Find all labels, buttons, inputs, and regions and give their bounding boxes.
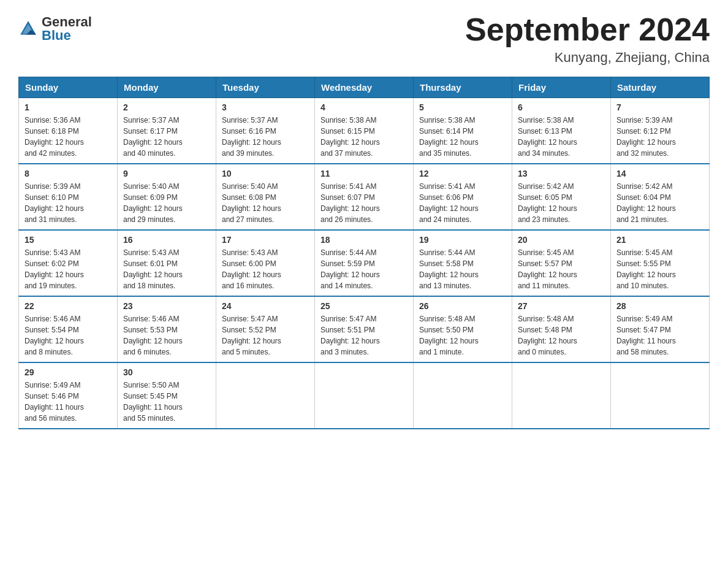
calendar-cell <box>611 362 710 429</box>
calendar-cell: 3Sunrise: 5:37 AM Sunset: 6:16 PM Daylig… <box>216 98 315 164</box>
weekday-header-monday: Monday <box>118 77 216 98</box>
day-info: Sunrise: 5:38 AM Sunset: 6:14 PM Dayligh… <box>419 115 506 159</box>
day-number: 15 <box>25 235 112 245</box>
title-section: September 2024 Kunyang, Zhejiang, China <box>465 12 710 66</box>
day-number: 30 <box>123 367 210 377</box>
day-info: Sunrise: 5:41 AM Sunset: 6:07 PM Dayligh… <box>320 181 408 225</box>
calendar-cell: 2Sunrise: 5:37 AM Sunset: 6:17 PM Daylig… <box>118 98 216 164</box>
day-number: 25 <box>320 301 408 311</box>
day-info: Sunrise: 5:45 AM Sunset: 5:55 PM Dayligh… <box>616 247 703 291</box>
calendar-cell: 14Sunrise: 5:42 AM Sunset: 6:04 PM Dayli… <box>611 164 710 230</box>
logo-blue-text: Blue <box>42 29 92 42</box>
day-number: 20 <box>518 235 605 245</box>
calendar-cell: 25Sunrise: 5:47 AM Sunset: 5:51 PM Dayli… <box>315 296 414 362</box>
calendar-cell: 1Sunrise: 5:36 AM Sunset: 6:18 PM Daylig… <box>19 98 118 164</box>
day-info: Sunrise: 5:43 AM Sunset: 6:01 PM Dayligh… <box>123 247 210 291</box>
calendar-week-row: 15Sunrise: 5:43 AM Sunset: 6:02 PM Dayli… <box>19 230 710 296</box>
calendar-cell: 8Sunrise: 5:39 AM Sunset: 6:10 PM Daylig… <box>19 164 118 230</box>
day-info: Sunrise: 5:48 AM Sunset: 5:50 PM Dayligh… <box>419 313 506 358</box>
page-header: General Blue September 2024 Kunyang, Zhe… <box>18 12 710 66</box>
day-info: Sunrise: 5:47 AM Sunset: 5:52 PM Dayligh… <box>222 313 309 358</box>
calendar-cell: 29Sunrise: 5:49 AM Sunset: 5:46 PM Dayli… <box>19 362 118 429</box>
day-info: Sunrise: 5:42 AM Sunset: 6:05 PM Dayligh… <box>518 181 605 225</box>
day-info: Sunrise: 5:43 AM Sunset: 6:00 PM Dayligh… <box>222 247 309 291</box>
day-number: 4 <box>320 102 408 112</box>
weekday-header-sunday: Sunday <box>19 77 118 98</box>
weekday-header-wednesday: Wednesday <box>315 77 414 98</box>
weekday-header-row: SundayMondayTuesdayWednesdayThursdayFrid… <box>19 77 710 98</box>
calendar-cell: 19Sunrise: 5:44 AM Sunset: 5:58 PM Dayli… <box>414 230 512 296</box>
weekday-header-thursday: Thursday <box>414 77 512 98</box>
calendar-table: SundayMondayTuesdayWednesdayThursdayFrid… <box>18 77 710 429</box>
day-info: Sunrise: 5:49 AM Sunset: 5:47 PM Dayligh… <box>616 313 703 358</box>
day-info: Sunrise: 5:38 AM Sunset: 6:13 PM Dayligh… <box>518 115 605 159</box>
weekday-header-friday: Friday <box>512 77 611 98</box>
day-info: Sunrise: 5:48 AM Sunset: 5:48 PM Dayligh… <box>518 313 605 358</box>
calendar-cell: 13Sunrise: 5:42 AM Sunset: 6:05 PM Dayli… <box>512 164 611 230</box>
day-info: Sunrise: 5:43 AM Sunset: 6:02 PM Dayligh… <box>25 247 112 291</box>
calendar-cell: 27Sunrise: 5:48 AM Sunset: 5:48 PM Dayli… <box>512 296 611 362</box>
calendar-week-row: 1Sunrise: 5:36 AM Sunset: 6:18 PM Daylig… <box>19 98 710 164</box>
calendar-cell: 16Sunrise: 5:43 AM Sunset: 6:01 PM Dayli… <box>118 230 216 296</box>
day-number: 27 <box>518 301 605 311</box>
day-info: Sunrise: 5:41 AM Sunset: 6:06 PM Dayligh… <box>419 181 506 225</box>
calendar-cell <box>315 362 414 429</box>
calendar-cell: 9Sunrise: 5:40 AM Sunset: 6:09 PM Daylig… <box>118 164 216 230</box>
weekday-header-saturday: Saturday <box>611 77 710 98</box>
day-number: 16 <box>123 235 210 245</box>
calendar-cell: 7Sunrise: 5:39 AM Sunset: 6:12 PM Daylig… <box>611 98 710 164</box>
day-info: Sunrise: 5:39 AM Sunset: 6:12 PM Dayligh… <box>616 115 703 159</box>
day-number: 12 <box>419 169 506 178</box>
logo: General Blue <box>18 12 92 42</box>
day-info: Sunrise: 5:45 AM Sunset: 5:57 PM Dayligh… <box>518 247 605 291</box>
calendar-week-row: 29Sunrise: 5:49 AM Sunset: 5:46 PM Dayli… <box>19 362 710 429</box>
day-number: 22 <box>25 301 112 311</box>
day-number: 13 <box>518 169 605 178</box>
calendar-cell: 20Sunrise: 5:45 AM Sunset: 5:57 PM Dayli… <box>512 230 611 296</box>
logo-icon <box>18 19 38 39</box>
day-number: 17 <box>222 235 309 245</box>
day-number: 21 <box>616 235 703 245</box>
day-number: 28 <box>616 301 703 311</box>
day-number: 1 <box>25 102 112 112</box>
calendar-cell: 10Sunrise: 5:40 AM Sunset: 6:08 PM Dayli… <box>216 164 315 230</box>
calendar-cell <box>512 362 611 429</box>
calendar-cell: 6Sunrise: 5:38 AM Sunset: 6:13 PM Daylig… <box>512 98 611 164</box>
calendar-cell: 18Sunrise: 5:44 AM Sunset: 5:59 PM Dayli… <box>315 230 414 296</box>
day-number: 5 <box>419 102 506 112</box>
calendar-cell: 15Sunrise: 5:43 AM Sunset: 6:02 PM Dayli… <box>19 230 118 296</box>
day-number: 24 <box>222 301 309 311</box>
day-number: 26 <box>419 301 506 311</box>
day-info: Sunrise: 5:37 AM Sunset: 6:17 PM Dayligh… <box>123 115 210 159</box>
calendar-body: 1Sunrise: 5:36 AM Sunset: 6:18 PM Daylig… <box>19 98 710 429</box>
day-number: 23 <box>123 301 210 311</box>
day-number: 8 <box>25 169 112 178</box>
logo-text: General Blue <box>42 15 92 42</box>
day-info: Sunrise: 5:37 AM Sunset: 6:16 PM Dayligh… <box>222 115 309 159</box>
day-number: 14 <box>616 169 703 178</box>
day-info: Sunrise: 5:40 AM Sunset: 6:09 PM Dayligh… <box>123 181 210 225</box>
calendar-cell: 5Sunrise: 5:38 AM Sunset: 6:14 PM Daylig… <box>414 98 512 164</box>
calendar-title: September 2024 <box>465 12 710 47</box>
calendar-cell: 28Sunrise: 5:49 AM Sunset: 5:47 PM Dayli… <box>611 296 710 362</box>
day-number: 7 <box>616 102 703 112</box>
day-info: Sunrise: 5:46 AM Sunset: 5:54 PM Dayligh… <box>25 313 112 358</box>
calendar-cell: 23Sunrise: 5:46 AM Sunset: 5:53 PM Dayli… <box>118 296 216 362</box>
day-info: Sunrise: 5:47 AM Sunset: 5:51 PM Dayligh… <box>320 313 408 358</box>
day-number: 9 <box>123 169 210 178</box>
day-info: Sunrise: 5:44 AM Sunset: 5:59 PM Dayligh… <box>320 247 408 291</box>
day-number: 2 <box>123 102 210 112</box>
calendar-week-row: 8Sunrise: 5:39 AM Sunset: 6:10 PM Daylig… <box>19 164 710 230</box>
day-info: Sunrise: 5:49 AM Sunset: 5:46 PM Dayligh… <box>25 380 112 424</box>
calendar-week-row: 22Sunrise: 5:46 AM Sunset: 5:54 PM Dayli… <box>19 296 710 362</box>
day-info: Sunrise: 5:46 AM Sunset: 5:53 PM Dayligh… <box>123 313 210 358</box>
day-info: Sunrise: 5:40 AM Sunset: 6:08 PM Dayligh… <box>222 181 309 225</box>
calendar-cell <box>216 362 315 429</box>
day-number: 6 <box>518 102 605 112</box>
calendar-cell: 26Sunrise: 5:48 AM Sunset: 5:50 PM Dayli… <box>414 296 512 362</box>
day-info: Sunrise: 5:39 AM Sunset: 6:10 PM Dayligh… <box>25 181 112 225</box>
calendar-cell: 11Sunrise: 5:41 AM Sunset: 6:07 PM Dayli… <box>315 164 414 230</box>
calendar-cell: 22Sunrise: 5:46 AM Sunset: 5:54 PM Dayli… <box>19 296 118 362</box>
day-info: Sunrise: 5:44 AM Sunset: 5:58 PM Dayligh… <box>419 247 506 291</box>
day-number: 11 <box>320 169 408 178</box>
